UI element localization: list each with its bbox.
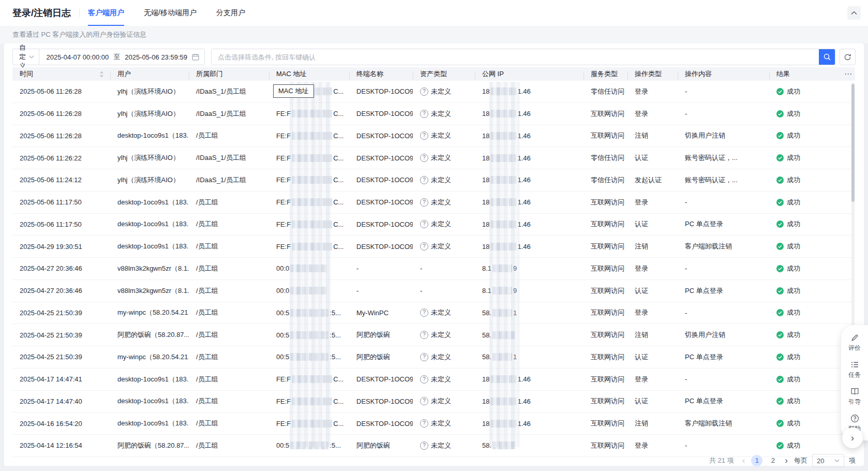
collapse-header-button[interactable] [847,6,861,20]
cell-service-type: 互联网访问 [583,219,627,229]
date-to: 2025-05-06 23:59:59 [125,53,187,61]
column-header-mac[interactable]: MAC 地址 [269,69,349,79]
cell-operation-type: 认证 [627,219,678,229]
column-settings-button[interactable]: ⋯ [844,69,851,79]
expand-toolbar-button[interactable]: › [842,428,863,448]
cell-public-ip: 181.46 [475,87,583,95]
time-range-group: 自定义 2025-04-07 00:00:00 至 2025-05-06 23:… [12,49,205,65]
cell-user: desktop-1oco9s1（183.... [110,198,189,207]
table-row[interactable]: 2025-05-06 11:17:50 desktop-1oco9s1（183.… [12,192,855,214]
table-row[interactable]: 2025-05-06 11:26:28 ylhj（演练环境AIO） /IDaaS… [12,81,855,103]
table-row[interactable]: 2025-04-29 19:30:51 desktop-1oco9s1（183.… [12,236,855,258]
cell-user: v88lm3k2kgwn5zr（8.1... [110,286,189,296]
cell-service-type: 互联网访问 [583,308,627,317]
page-description: 查看通过 PC 客户端接入的用户身份验证信息 [0,26,868,43]
cell-terminal: DESKTOP-1OCO9... [349,420,413,428]
table-row[interactable]: 2025-04-17 14:47:40 desktop-1oco9s1（183.… [12,391,855,413]
per-page-value: 20 [817,457,824,465]
cell-mac: FE:FC... [269,110,349,117]
column-header-department: 所属部门 [189,69,269,79]
table-row[interactable]: 2025-04-25 21:50:39 阿肥的饭碗（58.20.87.... /… [12,324,855,346]
cell-operation-content: - [678,110,769,117]
table-row[interactable]: 2025-04-27 20:36:46 v88lm3k2kgwn5zr（8.1.… [12,258,855,280]
sort-icon[interactable] [99,71,104,78]
cell-operation-content: PC 单点登录 [678,219,769,229]
guide-button[interactable]: 引导 [848,387,861,406]
question-circle-icon: ? [420,419,428,428]
question-circle-icon: ? [420,110,428,118]
cell-public-ip: 58. [475,441,583,449]
table-row[interactable]: 2025-05-06 11:26:22 ylhj（演练环境AIO） /IDaaS… [12,147,855,169]
table-body: 2025-05-06 11:26:28 ylhj（演练环境AIO） /IDaaS… [12,81,855,457]
table-row[interactable]: 2025-05-06 11:26:28 ylhj（演练环境AIO） /IDaaS… [12,103,855,125]
cell-mac: FE:FC... [269,198,349,206]
date-range-picker[interactable]: 2025-04-07 00:00:00 至 2025-05-06 23:59:5… [39,49,204,65]
cell-mac: 00:5:5... [269,309,349,317]
feedback-button[interactable]: 评价 [848,333,861,352]
cell-department: /员工组 [189,352,269,362]
table-row[interactable]: 2025-04-25 21:50:39 my-winpc（58.20.54.21… [12,346,855,369]
success-check-icon [776,354,784,361]
prev-page-button[interactable]: ‹ [741,454,747,467]
column-header-time[interactable]: 时间 [12,69,110,79]
cell-public-ip: 181.46 [475,132,583,140]
help-icon [850,414,859,423]
side-toolbar: 评价 任务 引导 帮助 [841,325,868,440]
table-row[interactable]: 2025-05-06 11:17:50 desktop-1oco9s1（183.… [12,214,855,236]
masked-text [290,353,328,361]
cell-terminal: - [349,264,413,272]
masked-text [492,309,512,317]
search-input[interactable] [212,49,819,65]
cell-user: desktop-1oco9s1（183.... [110,419,189,428]
time-range-select[interactable]: 自定义 [13,49,39,65]
search-icon [823,53,831,61]
page-button-2[interactable]: 2 [767,455,779,466]
page-button-1[interactable]: 1 [751,455,762,466]
masked-text [490,420,516,428]
cell-user: 阿肥的饭碗（58.20.87.... [110,330,189,340]
cell-time: 2025-05-06 11:17:50 [12,220,110,228]
per-page-label: 每页 [794,456,807,465]
next-page-button[interactable]: › [783,454,789,467]
question-circle-icon: ? [420,441,428,450]
per-page-select[interactable]: 20 [812,454,844,467]
cell-time: 2025-05-06 11:26:22 [12,154,110,162]
table-row[interactable]: 2025-04-25 21:50:39 my-winpc（58.20.54.21… [12,302,855,325]
cell-time: 2025-04-25 21:50:39 [12,309,110,317]
cell-asset-type: ?未定义 [413,330,475,340]
cell-time: 2025-04-25 21:50:39 [12,331,110,339]
tab-agentless-mobile-users[interactable]: 无端/移动端用户 [144,0,197,26]
pagination: 共 21 项 ‹ 1 2 › 每页 20 项 [709,453,856,468]
column-header-user: 用户 [110,69,189,79]
table-row[interactable]: 2025-04-17 14:47:41 desktop-1oco9s1（183.… [12,369,855,391]
masked-text [492,331,515,339]
tab-branch-users[interactable]: 分支用户 [216,0,245,26]
tasks-button[interactable]: 任务 [848,360,861,379]
cell-operation-type: 登录 [627,375,678,384]
chevron-up-icon [851,11,857,15]
cell-time: 2025-05-06 11:26:28 [12,132,110,140]
cell-terminal: DESKTOP-1OCO9... [349,87,413,95]
question-circle-icon: ? [420,242,428,251]
table-row[interactable]: 2025-04-27 20:36:46 v88lm3k2kgwn5zr（8.1.… [12,280,855,302]
refresh-button[interactable] [840,49,856,65]
table-row[interactable]: 2025-05-06 11:24:12 ylhj（演练环境AIO） /IDaaS… [12,169,855,192]
cell-department: /员工组 [189,219,269,229]
search-button[interactable] [819,49,835,65]
tab-client-users[interactable]: 客户端用户 [88,0,124,26]
cell-public-ip: 58. [475,331,583,339]
masked-text [290,264,326,272]
masked-text [292,110,332,117]
table-row[interactable]: 2025-04-16 16:54:20 desktop-1oco9s1（183.… [12,413,855,435]
cell-mac: FE:FC... [269,132,349,140]
table-header: 时间 用户 所属部门 MAC 地址 终端名称 资产类型 公网 IP 服务类型 操… [12,67,855,81]
masked-text [490,154,516,162]
title-divider [79,9,80,17]
cell-terminal: DESKTOP-1OCO9... [349,243,413,251]
success-check-icon [776,442,784,449]
cell-user: desktop-1oco9s1（183.... [110,131,189,140]
filter-search [211,49,835,65]
scrollbar-thumb[interactable] [851,84,855,202]
success-check-icon [776,420,784,427]
table-row[interactable]: 2025-05-06 11:26:28 desktop-1oco9s1（183.… [12,125,855,148]
